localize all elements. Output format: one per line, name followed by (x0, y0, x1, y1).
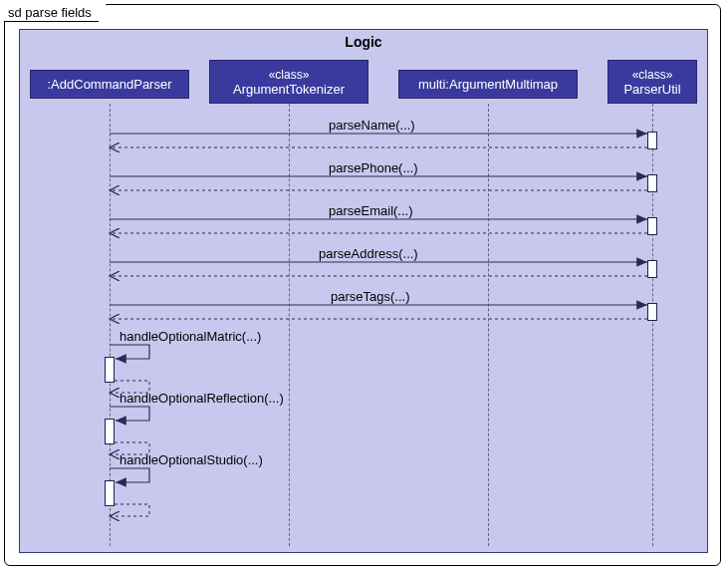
activation-bar (647, 260, 657, 278)
participant-label: ArgumentTokenizer (233, 82, 345, 97)
participant-argumenttokenizer: «class» ArgumentTokenizer (209, 60, 368, 104)
participant-stereotype: «class» (269, 68, 310, 82)
participant-stereotype: «class» (632, 68, 673, 82)
message-label: parseEmail(...) (329, 203, 413, 218)
message-label: parseTags(...) (331, 289, 409, 304)
activation-bar (647, 303, 657, 321)
message-label: parseAddress(...) (319, 246, 418, 261)
activation-bar (647, 174, 657, 192)
participant-label: :AddCommandParser (48, 77, 172, 92)
sequence-frame: sd parse fields Logic :AddCommandParser … (4, 4, 721, 566)
participant-argumentmultimap: multi:ArgumentMultimap (398, 70, 578, 99)
logic-title: Logic (20, 30, 707, 56)
participant-label: ParserUtil (623, 82, 680, 97)
activation-bar (647, 132, 657, 149)
activation-bar (105, 480, 115, 506)
participant-label: multi:ArgumentMultimap (418, 77, 558, 92)
activation-bar (105, 419, 115, 444)
participant-parserutil: «class» ParserUtil (607, 60, 697, 104)
participant-addcommandparser: :AddCommandParser (30, 70, 189, 99)
message-label: parsePhone(...) (329, 160, 418, 175)
message-label: handleOptionalStudio(...) (120, 452, 263, 467)
message-label: parseName(...) (329, 118, 415, 133)
logic-box: Logic :AddCommandParser «class» Argument… (19, 29, 708, 553)
activation-bar (647, 217, 657, 235)
lifeline (289, 104, 290, 546)
message-label: handleOptionalMatric(...) (120, 329, 261, 344)
message-label: handleOptionalReflection(...) (120, 391, 284, 406)
lifeline (488, 104, 489, 546)
activation-bar (105, 357, 115, 383)
frame-label: sd parse fields (4, 4, 107, 22)
lifeline (652, 104, 653, 546)
